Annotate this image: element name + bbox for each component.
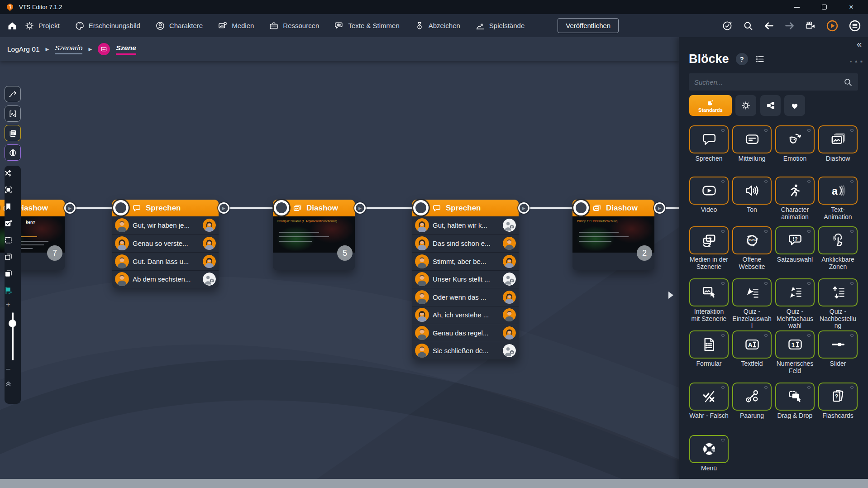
dialog-row[interactable]: Das sind schon e... — [412, 234, 519, 253]
display-mode-icons[interactable]: ●▲■ — [850, 59, 863, 63]
validate-button[interactable] — [722, 20, 733, 31]
node-diashow-3[interactable]: DiashowPrinzip 11: Urteilsaufschiebung 2… — [572, 200, 654, 270]
collapse-panel-icon[interactable]: « — [857, 39, 862, 49]
tool-duplicate-button[interactable] — [0, 252, 16, 262]
dialog-row[interactable]: Oder wenn das ... — [412, 288, 519, 306]
zoom-slider-handle[interactable] — [9, 320, 16, 327]
output-port[interactable]: ▶ — [354, 202, 366, 214]
breadcrumb-scene[interactable]: Szene — [116, 44, 136, 55]
bottom-scrollbar[interactable] — [0, 479, 868, 488]
favorite-heart-icon[interactable] — [720, 332, 726, 338]
minimize-button[interactable] — [792, 2, 802, 12]
tool-zoom-in-button[interactable]: + — [0, 301, 16, 308]
dialog-row[interactable]: Unser Kurs stellt ... — [412, 270, 519, 288]
menu-texte-stimmen[interactable]: Texte & Stimmen — [334, 21, 399, 31]
block-diashow[interactable]: Diashow — [818, 125, 858, 163]
tool-zoom-out-button[interactable]: – — [0, 365, 16, 373]
block-textfeld[interactable]: A Textfeld — [732, 330, 772, 368]
favorite-heart-icon[interactable] — [806, 127, 812, 133]
favorite-heart-icon[interactable] — [849, 127, 855, 133]
favorite-heart-icon[interactable] — [849, 280, 855, 286]
block-quiz-nachbestellung[interactable]: Quiz - Nachbestellung — [818, 278, 858, 330]
favorite-heart-icon[interactable] — [720, 127, 726, 133]
tool-copy-button[interactable] — [0, 269, 16, 278]
breadcrumb-project[interactable]: LogArg 01 — [7, 45, 40, 53]
block-paarung[interactable]: Paarung — [732, 383, 772, 420]
node-diashow-2[interactable]: DiashowPrinzip 6: Struktur (1. Argumenta… — [273, 200, 355, 270]
tool-ai-brain-button[interactable] — [5, 144, 21, 161]
block-quiz-mehrfachauswahl[interactable]: Quiz - Mehrfachauswahl — [775, 278, 815, 330]
block-emotion[interactable]: Emotion — [775, 125, 815, 163]
category-tab-settings[interactable] — [735, 95, 756, 116]
tool-shuffle-button[interactable] — [0, 168, 16, 178]
favorite-heart-icon[interactable] — [720, 280, 726, 286]
dialog-row[interactable]: Gut, wir haben je... — [112, 216, 219, 234]
menu-spielstaende[interactable]: Spielstände — [475, 21, 525, 31]
favorite-heart-icon[interactable] — [849, 178, 855, 184]
search-icon[interactable] — [843, 77, 853, 87]
favorite-heart-icon[interactable] — [763, 332, 769, 338]
block-slider[interactable]: Slider — [818, 330, 858, 368]
dialog-row[interactable]: Sie schließen de... — [412, 342, 519, 360]
dialog-row[interactable]: Ab dem sechsten... — [112, 270, 219, 288]
node-sprechen-2[interactable]: Sprechen Gut, halten wir k... Das sind s… — [412, 200, 519, 359]
category-tab-logic[interactable] — [760, 95, 781, 116]
block-wahr-falsch[interactable]: Wahr - Falsch — [689, 383, 729, 420]
block-anklickbare-zonen[interactable]: Anklickbare Zonen — [818, 226, 858, 270]
dialog-row[interactable]: Genau das regel... — [412, 324, 519, 342]
block-numerisches-feld[interactable]: 1 Numerisches Feld — [775, 330, 815, 374]
help-icon[interactable]: ? — [736, 53, 748, 65]
category-tab-favorites[interactable] — [784, 95, 805, 116]
favorite-heart-icon[interactable] — [763, 127, 769, 133]
block-formular[interactable]: Formular — [689, 330, 729, 368]
redo-button[interactable] — [784, 20, 795, 31]
search-input[interactable] — [694, 78, 843, 86]
favorite-heart-icon[interactable] — [763, 178, 769, 184]
favorite-heart-icon[interactable] — [849, 228, 855, 234]
block-text-animation[interactable]: a Text-Animation — [818, 177, 858, 220]
block-quiz-einzelauswahl[interactable]: Quiz - Einzelauswahl — [732, 278, 772, 330]
dialog-row[interactable]: Gut, halten wir k... — [412, 216, 519, 234]
node-sprechen-1[interactable]: Sprechen Gut, wir haben je... Genau so v… — [112, 200, 219, 288]
input-port[interactable] — [573, 200, 589, 215]
breadcrumb-scenario[interactable]: Szenario — [55, 44, 82, 54]
play-button[interactable] — [826, 19, 839, 32]
output-port[interactable]: ▶ — [518, 202, 529, 214]
menu-abzeichen[interactable]: Abzeichen — [415, 21, 460, 31]
menu-charaktere[interactable]: Charaktere — [155, 21, 203, 31]
block-offene-webseite[interactable]: WWW Offene Webseite — [732, 226, 772, 270]
block-medien-in-der-szenerie[interactable]: Medien in der Szenerie — [689, 226, 729, 270]
menu-projekt[interactable]: Projekt — [24, 21, 60, 31]
favorite-heart-icon[interactable] — [720, 228, 726, 234]
tool-bookmark-button[interactable] — [0, 202, 16, 211]
close-button[interactable]: × — [846, 2, 856, 12]
favorite-heart-icon[interactable] — [806, 228, 812, 234]
block-mitteilung[interactable]: Mitteilung — [732, 125, 772, 163]
tool-selection-frame-button[interactable] — [0, 185, 16, 195]
menu-medien[interactable]: Medien — [218, 21, 254, 31]
scene-canvas[interactable]: Diashowken? 7▶ Sprechen Gut, wir haben j… — [0, 37, 679, 479]
tool-marquee-select-button[interactable] — [0, 235, 16, 245]
output-port[interactable]: ▶ — [218, 202, 229, 214]
block-satzauswahl[interactable]: !? Satzauswahl — [775, 226, 815, 263]
block-menü[interactable]: Menü — [689, 435, 729, 472]
block-interaktion-mit-szenerie[interactable]: Interaktion mit Szenerie — [689, 278, 729, 322]
record-button[interactable] — [805, 20, 816, 31]
menu-erscheinungsbild[interactable]: Erscheinungsbild — [75, 21, 140, 31]
tool-crop-button[interactable] — [0, 286, 16, 295]
favorite-heart-icon[interactable] — [763, 384, 769, 390]
publish-button[interactable]: Veröffentlichen — [558, 18, 619, 33]
tool-variables-button[interactable] — [5, 105, 21, 122]
list-view-icon[interactable] — [755, 54, 765, 64]
block-character-animation[interactable]: Character animation — [775, 177, 815, 220]
output-port[interactable]: ▶ — [654, 202, 665, 214]
tool-edit-check-button[interactable] — [0, 219, 16, 228]
favorite-heart-icon[interactable] — [806, 384, 812, 390]
tool-follow-path-button[interactable] — [5, 86, 21, 102]
dialog-row[interactable]: Genau so verste... — [112, 234, 219, 253]
favorite-heart-icon[interactable] — [763, 280, 769, 286]
favorite-heart-icon[interactable] — [806, 280, 812, 286]
tool-collapse-button[interactable] — [0, 378, 16, 388]
dialog-row[interactable]: Gut. Dann lass u... — [112, 252, 219, 270]
favorite-heart-icon[interactable] — [720, 178, 726, 184]
